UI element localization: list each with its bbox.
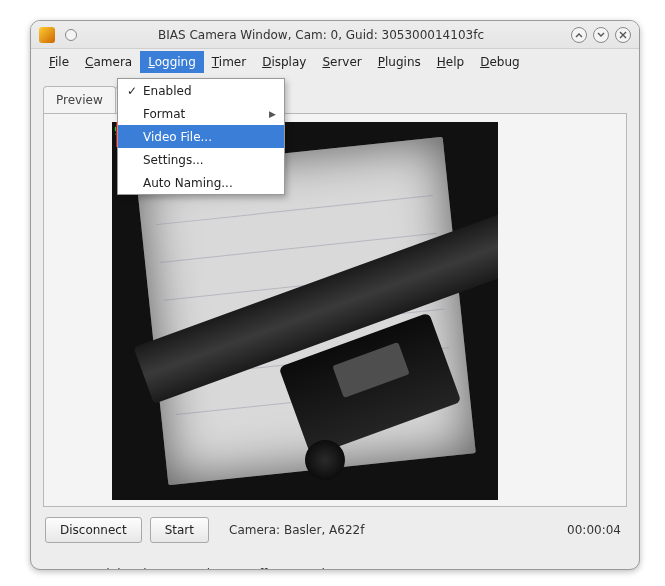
logging-menu-enabled[interactable]: ✓ Enabled	[118, 79, 284, 102]
menu-help[interactable]: Help	[429, 51, 472, 73]
logging-menu-video-file[interactable]: Video File...	[118, 125, 284, 148]
disconnect-button[interactable]: Disconnect	[45, 517, 142, 543]
logging-dropdown: ✓ Enabled Format Video File... Settings.…	[117, 78, 285, 195]
maximize-button[interactable]	[593, 27, 609, 43]
menu-item-label: Video File...	[143, 130, 212, 144]
menu-timer[interactable]: Timer	[204, 51, 254, 73]
elapsed-timer: 00:00:04	[567, 523, 621, 537]
minimize-button[interactable]	[571, 27, 587, 43]
logging-menu-format[interactable]: Format	[118, 102, 284, 125]
titlebar-dot[interactable]	[65, 29, 77, 41]
close-button[interactable]	[615, 27, 631, 43]
logging-menu-auto-naming[interactable]: Auto Naming...	[118, 171, 284, 194]
menu-item-label: Format	[143, 107, 185, 121]
start-button[interactable]: Start	[150, 517, 209, 543]
app-icon	[39, 27, 55, 43]
menu-item-label: Auto Naming...	[143, 176, 233, 190]
menu-display[interactable]: Display	[254, 51, 314, 73]
tab-preview[interactable]: Preview	[43, 86, 116, 113]
menu-logging[interactable]: Logging	[140, 51, 204, 73]
window-title: BIAS Camera Window, Cam: 0, Guid: 305300…	[77, 28, 565, 42]
camera-label: Camera: Basler, A622f	[229, 523, 364, 537]
menu-debug[interactable]: Debug	[472, 51, 527, 73]
menu-server[interactable]: Server	[314, 51, 369, 73]
menu-file[interactable]: File	[41, 51, 77, 73]
menu-plugins[interactable]: Plugins	[370, 51, 429, 73]
bottom-toolbar: Disconnect Start Camera: Basler, A622f 0…	[43, 507, 627, 547]
menu-camera[interactable]: Camera	[77, 51, 140, 73]
status-bar: Connected, logging = on, timer = off, St…	[31, 557, 639, 570]
menu-item-label: Enabled	[143, 84, 192, 98]
menubar: File Camera Logging Timer Display Server…	[31, 49, 639, 75]
menu-item-label: Settings...	[143, 153, 204, 167]
checkmark-icon: ✓	[124, 84, 140, 98]
titlebar: BIAS Camera Window, Cam: 0, Guid: 305300…	[31, 21, 639, 49]
logging-menu-settings[interactable]: Settings...	[118, 148, 284, 171]
